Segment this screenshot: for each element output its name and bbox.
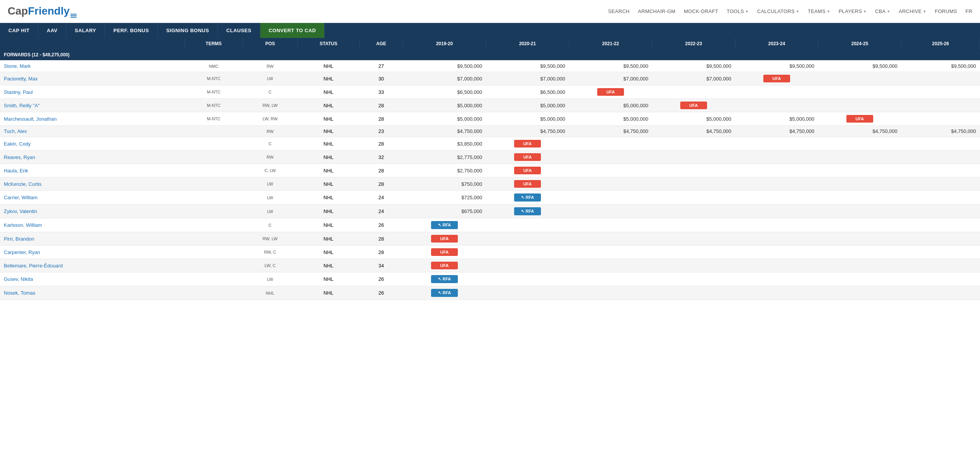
nav-tools[interactable]: TOOLS ▼ — [727, 8, 749, 14]
player-name[interactable]: Nosek, Tomas — [0, 286, 185, 300]
nav-mock-draft[interactable]: MOCK-DRAFT — [684, 8, 718, 14]
table-row: Bellemare, Pierre-ÉdouardLW, CNHL34UFA — [0, 259, 980, 272]
player-name[interactable]: Tuch, Alex — [0, 126, 185, 137]
player-name[interactable]: Reaves, Ryan — [0, 151, 185, 164]
col-2021-22: 2021-22 — [569, 38, 652, 49]
tab-perf-bonus[interactable]: PERF. BONUS — [105, 23, 158, 38]
player-y6 — [818, 259, 901, 272]
player-y5 — [735, 286, 818, 300]
player-pos: RW — [243, 151, 297, 164]
player-y6 — [818, 164, 901, 177]
player-pos: C — [243, 137, 297, 151]
players-dropdown-arrow: ▼ — [863, 10, 867, 13]
nav-teams[interactable]: TEAMS ▼ — [808, 8, 830, 14]
player-y5 — [735, 151, 818, 164]
player-name[interactable]: Haula, Erik — [0, 164, 185, 177]
nav-search[interactable]: SEARCH — [608, 8, 630, 14]
table-row: Stone, MarkNMCRWNHL27$9,500,000$9,500,00… — [0, 61, 980, 72]
player-name[interactable]: Eakin, Cody — [0, 137, 185, 151]
player-y4 — [652, 286, 735, 300]
player-y3 — [569, 218, 652, 232]
nav-fr[interactable]: FR — [965, 8, 972, 14]
player-pos: LW, RW — [243, 112, 297, 126]
player-y4 — [652, 232, 735, 246]
player-status: NHL — [297, 259, 359, 272]
player-terms — [185, 177, 243, 191]
player-age: 28 — [359, 177, 403, 191]
player-pos: NHL — [243, 286, 297, 300]
tab-signing-bonus[interactable]: SIGNING BONUS — [158, 23, 218, 38]
cba-dropdown-arrow: ▼ — [887, 10, 890, 13]
player-name[interactable]: Marchessault, Jonathan — [0, 112, 185, 126]
player-name[interactable]: Gusev, Nikita — [0, 272, 185, 286]
tab-salary[interactable]: SALARY — [66, 23, 105, 38]
player-status: NHL — [297, 61, 359, 72]
tab-cap-hit[interactable]: CAP HIT — [0, 23, 38, 38]
player-pos: LW — [243, 191, 297, 205]
player-y6 — [818, 137, 901, 151]
tab-aav[interactable]: AAV — [38, 23, 66, 38]
player-y3: $5,000,000 — [569, 112, 652, 126]
player-y4: $5,000,000 — [652, 112, 735, 126]
player-name[interactable]: Zykov, Valentin — [0, 205, 185, 218]
player-y7 — [901, 137, 980, 151]
player-status: NHL — [297, 99, 359, 112]
player-name[interactable]: Smith, Reilly "A" — [0, 99, 185, 112]
player-age: 28 — [359, 112, 403, 126]
player-y5 — [735, 177, 818, 191]
player-y6 — [818, 151, 901, 164]
player-y4: $9,500,000 — [652, 61, 735, 72]
player-name[interactable]: Karlsson, William — [0, 218, 185, 232]
player-name[interactable]: Pacioretty, Max — [0, 72, 185, 85]
player-y5 — [735, 246, 818, 259]
player-y2 — [486, 246, 569, 259]
player-y6 — [818, 85, 901, 99]
player-y5 — [735, 137, 818, 151]
nav-armchair-gm[interactable]: ARMCHAIR-GM — [638, 8, 676, 14]
table-row: Tuch, AlexRWNHL23$4,750,000$4,750,000$4,… — [0, 126, 980, 137]
player-y4 — [652, 272, 735, 286]
player-pos: LW, C — [243, 259, 297, 272]
player-name[interactable]: Pirri, Brandon — [0, 232, 185, 246]
player-y3 — [569, 246, 652, 259]
player-name[interactable]: Stastny, Paul — [0, 85, 185, 99]
player-y3 — [569, 232, 652, 246]
player-name[interactable]: Stone, Mark — [0, 61, 185, 72]
player-y6: $4,750,000 — [818, 126, 901, 137]
player-pos: LW — [243, 177, 297, 191]
player-y3: $9,500,000 — [569, 61, 652, 72]
player-y7 — [901, 272, 980, 286]
table-row: Pacioretty, MaxM-NTCLWNHL30$7,000,000$7,… — [0, 72, 980, 85]
player-y1: $3,850,000 — [403, 137, 486, 151]
player-y2: RFA — [486, 191, 569, 205]
nav-players[interactable]: PLAYERS ▼ — [839, 8, 867, 14]
column-header-row: TERMS POS STATUS AGE 2019-20 2020-21 202… — [0, 38, 980, 49]
player-age: 28 — [359, 246, 403, 259]
nav-calculators[interactable]: CALCULATORS ▼ — [757, 8, 799, 14]
player-y6 — [818, 246, 901, 259]
nav-archive[interactable]: ARCHIVE ▼ — [899, 8, 926, 14]
player-name[interactable]: Carpenter, Ryan — [0, 246, 185, 259]
player-status: NHL — [297, 286, 359, 300]
tab-clauses[interactable]: CLAUSES — [218, 23, 260, 38]
col-player — [0, 38, 185, 49]
player-age: 28 — [359, 99, 403, 112]
player-name[interactable]: Bellemare, Pierre-Édouard — [0, 259, 185, 272]
player-y7 — [901, 191, 980, 205]
player-y5 — [735, 191, 818, 205]
player-y4: $4,750,000 — [652, 126, 735, 137]
player-age: 23 — [359, 126, 403, 137]
nav-cba[interactable]: CBA ▼ — [875, 8, 890, 14]
nav-forums[interactable]: FORUMS — [935, 8, 957, 14]
player-age: 28 — [359, 137, 403, 151]
table-row: Nosek, TomasNHLNHL26RFA — [0, 286, 980, 300]
table-row: Marchessault, JonathanM-NTCLW, RWNHL28$5… — [0, 112, 980, 126]
player-terms — [185, 126, 243, 137]
player-name[interactable]: Carrier, William — [0, 191, 185, 205]
tab-convert-to-cad[interactable]: CONVERT TO CAD — [260, 23, 325, 38]
player-name[interactable]: McKenzie, Curtis — [0, 177, 185, 191]
player-age: 24 — [359, 205, 403, 218]
player-status: NHL — [297, 218, 359, 232]
player-y1: UFA — [403, 246, 486, 259]
player-y6 — [818, 232, 901, 246]
